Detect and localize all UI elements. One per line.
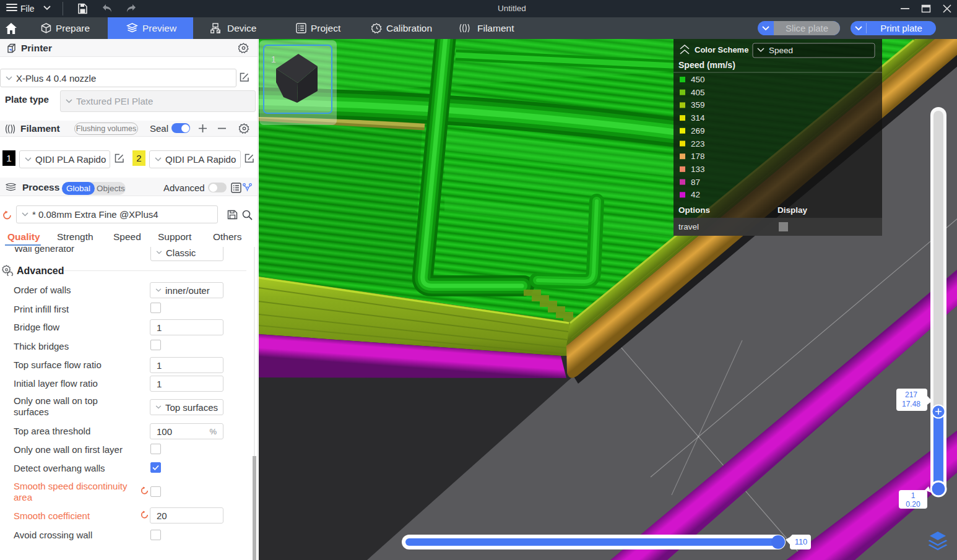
svg-text:133: 133 <box>691 165 705 174</box>
svg-text:0.20: 0.20 <box>906 500 920 509</box>
svg-text:217: 217 <box>905 390 917 399</box>
svg-text:314: 314 <box>691 113 705 123</box>
svg-text:1: 1 <box>911 491 916 500</box>
svg-text:450: 450 <box>691 75 705 84</box>
svg-text:42: 42 <box>691 190 700 199</box>
svg-text:Speed: Speed <box>769 46 793 55</box>
svg-text:359: 359 <box>691 100 705 110</box>
svg-text:travel: travel <box>678 222 699 231</box>
svg-text:269: 269 <box>691 126 705 136</box>
svg-text:Display: Display <box>777 205 808 215</box>
svg-text:Color Scheme: Color Scheme <box>695 45 748 54</box>
svg-text:87: 87 <box>691 178 700 187</box>
svg-text:110: 110 <box>795 537 808 546</box>
svg-text:405: 405 <box>691 88 705 97</box>
svg-text:178: 178 <box>691 152 705 161</box>
svg-text:17.48: 17.48 <box>902 400 920 408</box>
svg-text:1: 1 <box>271 54 276 64</box>
svg-text:223: 223 <box>691 139 705 149</box>
svg-text:Speed (mm/s): Speed (mm/s) <box>678 60 735 70</box>
svg-text:Options: Options <box>678 205 710 215</box>
